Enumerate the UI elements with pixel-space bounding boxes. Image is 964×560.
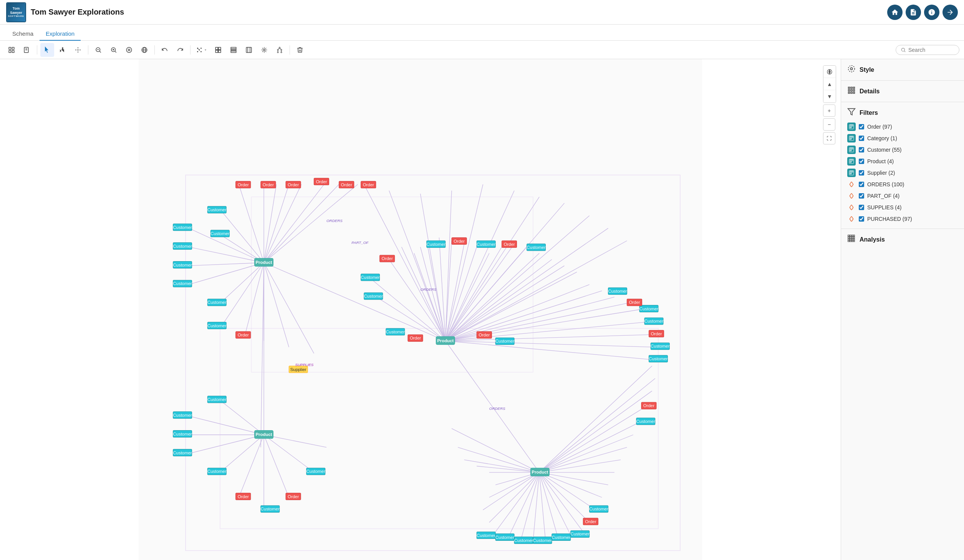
- app-header: Tom Sawyer SOFTWARE Tom Sawyer Explorati…: [0, 0, 964, 25]
- toolbar: [0, 41, 964, 59]
- columns-button[interactable]: [242, 43, 256, 57]
- layout-dropdown-button[interactable]: [194, 45, 210, 55]
- svg-rect-1: [12, 47, 14, 49]
- customer-checkbox[interactable]: [859, 147, 864, 152]
- tree-button[interactable]: [273, 43, 287, 57]
- supplier-label: Supplier (2): [867, 170, 895, 176]
- filters-header[interactable]: Filters: [847, 108, 958, 118]
- customer-node-icon: [847, 146, 856, 154]
- supplies-checkbox[interactable]: [859, 205, 864, 210]
- zoom-out-canvas-button[interactable]: −: [823, 118, 835, 131]
- new-button[interactable]: [20, 43, 34, 57]
- layout-rows-button[interactable]: [227, 43, 240, 57]
- svg-point-15: [126, 47, 132, 53]
- fullscreen-button[interactable]: [823, 132, 835, 144]
- zoom-out-rect-button[interactable]: [91, 43, 105, 57]
- supplier-checkbox[interactable]: [859, 170, 864, 176]
- partof-label: PART_OF (4): [867, 193, 899, 199]
- purchased-checkbox[interactable]: [859, 216, 864, 222]
- svg-text:Order: Order: [288, 182, 299, 187]
- home-button[interactable]: [887, 5, 903, 20]
- product-checkbox[interactable]: [859, 159, 864, 164]
- right-panel: Style Details Filters: [841, 59, 964, 560]
- pointer-button[interactable]: [40, 43, 54, 57]
- zoom-out-button[interactable]: [107, 43, 121, 57]
- delete-button[interactable]: [293, 43, 307, 57]
- category-checkbox[interactable]: [859, 136, 864, 141]
- svg-line-24: [198, 49, 200, 50]
- svg-rect-305: [848, 239, 850, 240]
- header-icons: [887, 5, 958, 20]
- customer-label: Customer (55): [867, 147, 901, 153]
- svg-point-21: [200, 48, 202, 49]
- svg-rect-30: [231, 49, 236, 50]
- svg-rect-293: [853, 89, 855, 91]
- tab-bar: Schema Exploration: [0, 25, 964, 41]
- svg-text:Customer: Customer: [207, 300, 227, 305]
- pan-down-button[interactable]: ▼: [823, 90, 836, 103]
- sep4: [190, 45, 190, 55]
- purchased-edge-icon: [847, 215, 856, 223]
- svg-text:Customer: Customer: [651, 344, 670, 348]
- svg-text:Customer: Customer: [173, 432, 192, 436]
- svg-point-286: [850, 68, 853, 70]
- compass-button[interactable]: [823, 66, 836, 78]
- svg-text:ORDERS: ORDERS: [421, 287, 437, 292]
- svg-point-53: [901, 48, 904, 51]
- svg-text:Order: Order: [504, 242, 515, 247]
- svg-point-46: [281, 49, 282, 50]
- svg-line-42: [262, 51, 263, 52]
- svg-text:Customer: Customer: [386, 330, 405, 334]
- graph-visualization: Product Product Product Product Order: [0, 59, 841, 560]
- style-header[interactable]: Style: [847, 65, 958, 75]
- app-logo: Tom Sawyer SOFTWARE: [6, 2, 26, 22]
- order-label: Order (97): [867, 124, 892, 130]
- svg-text:ORDERS: ORDERS: [489, 406, 505, 411]
- radial-button[interactable]: [257, 43, 271, 57]
- svg-rect-58: [139, 59, 702, 560]
- analysis-header[interactable]: Analysis: [847, 234, 958, 245]
- svg-rect-29: [231, 47, 236, 49]
- select-all-button[interactable]: [5, 43, 18, 57]
- svg-text:Customer: Customer: [207, 469, 227, 474]
- svg-rect-315: [853, 235, 855, 237]
- partof-checkbox[interactable]: [859, 193, 864, 199]
- svg-text:Customer: Customer: [173, 225, 192, 230]
- navigate-button[interactable]: [942, 5, 958, 20]
- svg-rect-289: [851, 87, 852, 89]
- pan-up-button[interactable]: ▲: [823, 78, 836, 90]
- svg-marker-57: [829, 72, 830, 74]
- undo-button[interactable]: [158, 43, 172, 57]
- redo-button[interactable]: [173, 43, 187, 57]
- tab-schema[interactable]: Schema: [6, 27, 40, 41]
- order-checkbox[interactable]: [859, 124, 864, 129]
- zoom-fit-button[interactable]: [122, 43, 136, 57]
- filter-item-order: Order (97): [847, 123, 958, 131]
- svg-line-8: [99, 51, 101, 52]
- filter-item-supplier: Supplier (2): [847, 169, 958, 177]
- info-button[interactable]: [924, 5, 939, 20]
- zoom-in-canvas-button[interactable]: +: [823, 104, 835, 117]
- svg-rect-309: [850, 239, 851, 240]
- move-button[interactable]: [71, 43, 85, 57]
- svg-text:Order: Order: [238, 494, 249, 499]
- pan-button[interactable]: [56, 43, 70, 57]
- svg-rect-317: [853, 239, 855, 240]
- tab-exploration[interactable]: Exploration: [40, 27, 81, 41]
- svg-rect-303: [848, 235, 850, 237]
- globe-button[interactable]: [137, 43, 151, 57]
- svg-text:Customer: Customer: [608, 289, 627, 293]
- svg-text:Order: Order: [479, 333, 490, 337]
- svg-rect-307: [850, 235, 851, 237]
- supplies-label: SUPPLIES (4): [867, 204, 901, 210]
- orders-edge-checkbox[interactable]: [859, 182, 864, 187]
- search-input[interactable]: [908, 47, 954, 53]
- supplies-edge-icon: [847, 203, 856, 212]
- svg-rect-318: [853, 240, 855, 242]
- details-header[interactable]: Details: [847, 86, 958, 96]
- svg-text:Customer: Customer: [306, 469, 326, 474]
- document-button[interactable]: [906, 5, 921, 20]
- svg-text:Customer: Customer: [261, 507, 280, 511]
- layout-grid-button[interactable]: [211, 43, 225, 57]
- graph-canvas[interactable]: ▲ ▼ + −: [0, 59, 841, 560]
